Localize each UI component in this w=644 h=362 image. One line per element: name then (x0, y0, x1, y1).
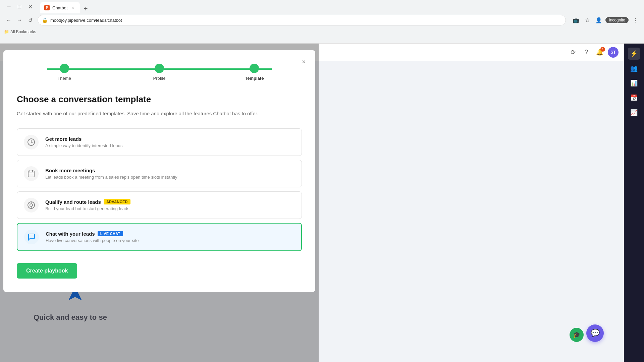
step-profile: Profile (112, 64, 207, 81)
sidebar-icon-insights[interactable]: 📈 (628, 107, 640, 119)
create-playbook-button[interactable]: Create playbook (17, 263, 77, 279)
address-bar: ← → ↺ 🔒 moodjoy.pipedrive.com/leads/chat… (0, 13, 644, 27)
cast-icon[interactable]: 📺 (571, 15, 581, 25)
bookmarks-label: All Bookmarks (10, 29, 36, 34)
template-info-chat: Chat with your leads LIVE CHAT Have live… (46, 231, 294, 243)
step-template-label: Template (245, 76, 264, 81)
menu-dots-icon[interactable]: ⋮ (631, 15, 640, 25)
tab-close-button[interactable]: × (70, 5, 76, 10)
close-button[interactable]: ✕ (25, 2, 35, 11)
svg-rect-1 (28, 171, 34, 177)
modal-overlay: × Theme Profile Template Choose a conv (0, 44, 319, 362)
sidebar-icon-leads[interactable]: ⚡ (628, 48, 640, 60)
lock-icon: 🔒 (42, 17, 48, 23)
template-info-meetings: Book more meetings Let leads book a meet… (45, 168, 295, 180)
step-template-dot (250, 64, 259, 73)
browser-actions: 📺 ☆ 👤 Incognito ⋮ (571, 15, 640, 25)
template-option-get-more-leads[interactable]: Get more leads A simple way to identify … (17, 128, 302, 156)
url-bar[interactable]: 🔒 moodjoy.pipedrive.com/leads/chatbot (38, 15, 566, 25)
template-info-qualify: Qualify and route leads ADVANCED Build y… (45, 199, 295, 211)
browser-controls: ─ □ ✕ (4, 2, 35, 11)
tab-label: Chatbot (52, 5, 68, 10)
template-icon-chat (24, 230, 39, 244)
all-bookmarks-item[interactable]: 📁 All Bookmarks (4, 29, 36, 34)
template-icon-qualify (24, 198, 39, 213)
template-desc-leads: A simple way to identify interested lead… (45, 143, 295, 148)
advanced-badge: ADVANCED (104, 199, 130, 204)
profile-icon[interactable]: 👤 (594, 15, 603, 25)
template-info-leads: Get more leads A simple way to identify … (45, 136, 295, 148)
title-bar: ─ □ ✕ P Chatbot × + (0, 0, 644, 13)
help-icon[interactable]: ? (581, 47, 592, 58)
browser-chrome: ─ □ ✕ P Chatbot × + ← → ↺ 🔒 moodjoy.pipe… (0, 0, 644, 44)
notification-bell-icon[interactable]: 🔔 1 (594, 47, 605, 58)
forward-button[interactable]: → (15, 15, 24, 25)
incognito-badge[interactable]: Incognito (605, 17, 629, 23)
step-profile-label: Profile (153, 76, 166, 81)
step-theme-label: Theme (57, 76, 71, 81)
chat-fab-button[interactable]: 💬 (586, 324, 604, 342)
template-option-qualify-leads[interactable]: Qualify and route leads ADVANCED Build y… (17, 191, 302, 219)
template-title-qualify: Qualify and route leads ADVANCED (45, 199, 295, 205)
sidebar-icon-pipeline[interactable]: 📊 (628, 77, 640, 89)
template-option-book-meetings[interactable]: Book more meetings Let leads book a meet… (17, 160, 302, 187)
help-fab-button[interactable]: 🎓 (570, 328, 584, 342)
modal-title: Choose a conversation template (17, 94, 302, 105)
template-icon-leads (24, 135, 39, 149)
template-title-meetings: Book more meetings (45, 168, 295, 173)
template-title-chat: Chat with your leads LIVE CHAT (46, 231, 294, 237)
bookmarks-bar: 📁 All Bookmarks (0, 27, 644, 37)
notification-count-badge: 1 (600, 47, 605, 52)
tab-bar: P Chatbot × + (38, 0, 93, 13)
template-title-leads: Get more leads (45, 136, 295, 142)
reload-button[interactable]: ↺ (25, 15, 35, 25)
nav-buttons: ← → ↺ (4, 15, 35, 25)
modal-subtitle: Get started with one of our predefined t… (17, 110, 302, 118)
user-avatar[interactable]: ST (608, 47, 619, 58)
url-text: moodjoy.pipedrive.com/leads/chatbot (50, 18, 122, 23)
template-desc-qualify: Build your lead bot to start generating … (45, 206, 295, 211)
new-tab-button[interactable]: + (81, 4, 91, 13)
sync-icon[interactable]: ⟳ (568, 47, 578, 58)
tab-favicon: P (44, 5, 50, 10)
template-icon-meetings (24, 166, 39, 181)
svg-point-6 (30, 204, 33, 206)
active-tab[interactable]: P Chatbot × (40, 2, 80, 13)
step-theme: Theme (17, 64, 112, 81)
progress-steps: Theme Profile Template (17, 64, 302, 81)
maximize-button[interactable]: □ (15, 2, 24, 11)
template-modal: × Theme Profile Template Choose a conv (3, 50, 315, 292)
sidebar-icon-calendar[interactable]: 📅 (628, 92, 640, 104)
step-template: Template (207, 64, 302, 81)
step-profile-dot (155, 64, 164, 73)
app-sidebar: ⚡ 👥 📊 📅 📈 (624, 44, 644, 362)
top-nav-actions: ⟳ ? 🔔 1 ST (568, 47, 619, 58)
main-content: × Theme Profile Template Choose a conv (0, 44, 644, 362)
template-desc-meetings: Let leads book a meeting from a sales re… (45, 175, 295, 180)
back-button[interactable]: ← (4, 15, 13, 25)
template-desc-chat: Have live conversations with people on y… (46, 238, 294, 243)
step-theme-dot (60, 64, 69, 73)
template-option-chat-leads[interactable]: Chat with your leads LIVE CHAT Have live… (17, 223, 302, 251)
bookmark-star-icon[interactable]: ☆ (583, 15, 592, 25)
livechat-badge: LIVE CHAT (98, 231, 123, 236)
sidebar-icon-contacts[interactable]: 👥 (628, 62, 640, 74)
bookmarks-icon: 📁 (4, 29, 9, 34)
minimize-button[interactable]: ─ (4, 2, 13, 11)
